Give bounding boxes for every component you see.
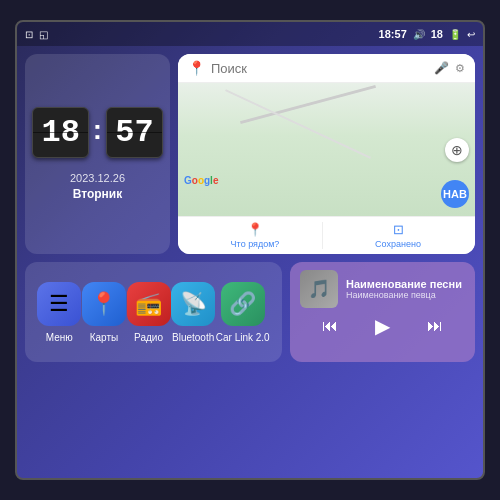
app-grid: ☰ Меню 📍 Карты 📻 Радио 📡 Bluetooth 🔗 (25, 262, 282, 362)
map-saved-icon: ⊡ (393, 222, 404, 237)
map-nearby-label: Что рядом? (231, 239, 280, 249)
bottom-section: ☰ Меню 📍 Карты 📻 Радио 📡 Bluetooth 🔗 (25, 262, 475, 362)
status-bar: ⊡ ◱ 18:57 🔊 18 🔋 ↩ (17, 22, 483, 46)
google-logo: Google (184, 175, 218, 186)
music-artist: Наименование певца (346, 290, 465, 300)
app-icon-maps: 📍 (82, 282, 126, 326)
music-controls: ⏮ ▶ ⏭ (300, 314, 465, 338)
app-item-maps[interactable]: 📍 Карты (82, 282, 126, 343)
nav-icon: ◱ (39, 29, 48, 40)
app-icon-menu: ☰ (37, 282, 81, 326)
map-search-input[interactable] (211, 61, 428, 76)
app-label-menu: Меню (46, 332, 73, 343)
battery-level: 18 (431, 28, 443, 40)
app-item-bluetooth[interactable]: 📡 Bluetooth (171, 282, 215, 343)
status-time: 18:57 (379, 28, 407, 40)
clock-hours: 18 (32, 107, 88, 158)
clock-minutes: 57 (106, 107, 162, 158)
app-icon-carlink: 🔗 (221, 282, 265, 326)
app-item-radio[interactable]: 📻 Радио (127, 282, 171, 343)
back-icon: ↩ (467, 29, 475, 40)
main-content: 18 : 57 2023.12.26 Вторник 📍 🎤 ⚙ Google (17, 46, 483, 478)
map-area: Google ⊕ НАВ (178, 83, 475, 216)
map-nearby-icon: 📍 (247, 222, 263, 237)
flip-clock: 18 : 57 (32, 107, 162, 158)
status-bar-left: ⊡ ◱ (25, 29, 48, 40)
device-frame: ⊡ ◱ 18:57 🔊 18 🔋 ↩ 18 : 57 2023.12.26 Вт… (15, 20, 485, 480)
map-location-icon: 📍 (188, 60, 205, 76)
clock-widget: 18 : 57 2023.12.26 Вторник (25, 54, 170, 254)
app-icon-bluetooth: 📡 (171, 282, 215, 326)
music-play-button[interactable]: ▶ (375, 314, 390, 338)
app-label-maps: Карты (90, 332, 119, 343)
map-search-bar[interactable]: 📍 🎤 ⚙ (178, 54, 475, 83)
music-prev-button[interactable]: ⏮ (314, 315, 346, 337)
top-section: 18 : 57 2023.12.26 Вторник 📍 🎤 ⚙ Google (25, 54, 475, 254)
music-next-button[interactable]: ⏭ (419, 315, 451, 337)
map-settings-icon[interactable]: ⚙ (455, 62, 465, 75)
clock-weekday: Вторник (73, 187, 123, 201)
map-saved-button[interactable]: ⊡ Сохранено (331, 222, 465, 249)
app-item-carlink[interactable]: 🔗 Car Link 2.0 (216, 282, 270, 343)
app-icon-radio: 📻 (127, 282, 171, 326)
clock-date: 2023.12.26 (70, 170, 125, 188)
volume-icon: 🔊 (413, 29, 425, 40)
map-saved-label: Сохранено (375, 239, 421, 249)
map-nav-button[interactable]: НАВ (441, 180, 469, 208)
music-widget: 🎵 Наименование песни Наименование певца … (290, 262, 475, 362)
music-thumbnail: 🎵 (300, 270, 338, 308)
battery-icon: 🔋 (449, 29, 461, 40)
music-top: 🎵 Наименование песни Наименование певца (300, 270, 465, 308)
map-mic-icon[interactable]: 🎤 (434, 61, 449, 75)
home-icon: ⊡ (25, 29, 33, 40)
map-footer: 📍 Что рядом? ⊡ Сохранено (178, 216, 475, 254)
app-label-carlink: Car Link 2.0 (216, 332, 270, 343)
map-nearby-button[interactable]: 📍 Что рядом? (188, 222, 323, 249)
map-zoom-button[interactable]: ⊕ (445, 138, 469, 162)
app-label-radio: Радио (134, 332, 163, 343)
music-info: Наименование песни Наименование певца (346, 278, 465, 300)
music-title: Наименование песни (346, 278, 465, 290)
clock-separator: : (93, 114, 102, 146)
app-label-bluetooth: Bluetooth (172, 332, 214, 343)
map-widget: 📍 🎤 ⚙ Google ⊕ НАВ 📍 Что рядом? (178, 54, 475, 254)
app-item-menu[interactable]: ☰ Меню (37, 282, 81, 343)
